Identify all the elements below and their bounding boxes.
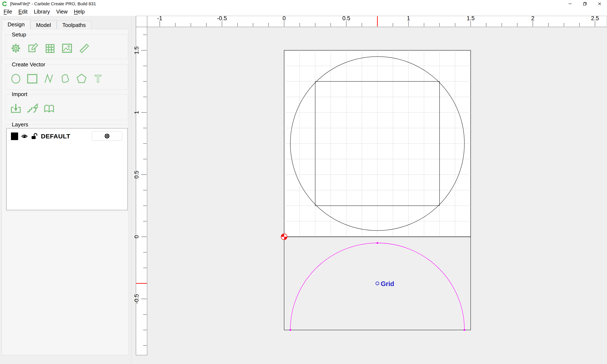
trace-image-button[interactable]	[26, 103, 38, 115]
title-bar: [NewFile]* - Carbide Create PRO, Build 8…	[0, 0, 607, 7]
text-tool-icon: T	[92, 73, 104, 84]
ruler-label-h: 1.5	[467, 16, 475, 22]
polygon-tool-button[interactable]	[76, 73, 87, 84]
vector-node[interactable]	[377, 242, 378, 244]
edit-job-icon	[27, 42, 39, 54]
text-tool-button[interactable]: T	[92, 73, 104, 84]
ruler-label-v: 0	[133, 235, 140, 238]
vector-node[interactable]	[464, 329, 465, 331]
circle-tool-icon	[10, 73, 22, 84]
layer-list[interactable]: DEFAULT	[6, 128, 128, 210]
tab-model[interactable]: Model	[30, 21, 57, 29]
left-panel: DesignModelToolpaths Setup Create Vector…	[0, 16, 131, 364]
ruler-label-h: 1	[407, 16, 410, 22]
layer-settings-button[interactable]	[92, 131, 122, 141]
snap-label: Grid	[381, 280, 394, 287]
ruler-label-v: 0.5	[133, 171, 140, 179]
grid-settings-icon	[44, 42, 56, 54]
import-group: Import	[6, 94, 128, 120]
tab-design[interactable]: Design	[2, 19, 30, 29]
ruler-label-v: 1	[133, 111, 140, 114]
close-button[interactable]	[592, 0, 607, 7]
app-logo-icon	[2, 1, 7, 6]
job-setup-gear-button[interactable]	[10, 42, 22, 54]
ruler-label-v: 1.5	[133, 46, 140, 54]
menu-view[interactable]: View	[56, 9, 68, 15]
design-pane: Setup Create Vector T Import	[2, 29, 129, 355]
measure-icon	[78, 42, 90, 54]
layer-name: DEFAULT	[41, 133, 70, 140]
design-library-button[interactable]	[43, 103, 55, 115]
layer-color-swatch[interactable]	[11, 132, 18, 140]
restore-icon	[583, 2, 587, 6]
create-vector-icon-row: T	[10, 73, 104, 84]
ruler-label-h: 0.5	[342, 16, 350, 22]
layer-visibility-toggle[interactable]	[21, 133, 28, 140]
ruler-label-h: -1	[157, 16, 162, 22]
ruler-label-h: -0.5	[217, 16, 227, 22]
import-group-label: Import	[11, 91, 29, 98]
background-image-button[interactable]	[61, 42, 73, 54]
menu-bar: FileEditLibraryViewHelp	[0, 7, 607, 16]
eye-icon	[21, 133, 28, 140]
vertical-ruler	[136, 27, 147, 355]
layers-group-label: Layers	[11, 121, 29, 128]
setup-group: Setup	[6, 35, 128, 59]
svg-text:T: T	[95, 73, 101, 84]
menu-library[interactable]: Library	[34, 9, 50, 15]
design-canvas[interactable]: -1-0.500.511.522.51.510.50-0.5Grid	[131, 16, 607, 364]
import-icon-row	[10, 103, 55, 115]
setup-group-label: Setup	[11, 31, 27, 38]
design-library-icon	[43, 103, 55, 115]
grid-settings-button[interactable]	[44, 42, 56, 54]
layers-group: Layers	[6, 125, 128, 211]
setup-icon-row	[10, 42, 90, 54]
app-window: [NewFile]* - Carbide Create PRO, Build 8…	[0, 0, 607, 364]
window-controls	[563, 0, 607, 7]
import-file-button[interactable]	[10, 103, 22, 115]
curve-tool-icon	[59, 73, 71, 84]
polygon-tool-icon	[76, 73, 87, 84]
menu-help[interactable]: Help	[74, 9, 85, 15]
minimize-button[interactable]	[563, 0, 578, 7]
gear-icon	[104, 132, 111, 140]
restore-button[interactable]	[578, 0, 592, 7]
trace-image-icon	[26, 103, 38, 115]
circle-tool-button[interactable]	[10, 73, 22, 84]
ruler-label-h: 2.5	[591, 16, 599, 22]
measure-button[interactable]	[78, 42, 90, 54]
menu-file[interactable]: File	[4, 9, 12, 15]
ruler-label-v: -0.5	[133, 294, 140, 304]
ruler-label-h: 0	[282, 16, 286, 22]
create-vector-group-label: Create Vector	[11, 61, 47, 68]
window-title: [NewFile]* - Carbide Create PRO, Build 8…	[10, 1, 96, 6]
job-setup-gear-icon	[10, 42, 22, 54]
rectangle-tool-icon	[26, 73, 38, 84]
create-vector-group: Create Vector T	[6, 65, 128, 90]
tab-bar: DesignModelToolpaths	[2, 19, 92, 29]
minimize-icon	[568, 2, 572, 6]
import-file-icon	[10, 103, 22, 115]
close-icon	[597, 2, 602, 6]
polyline-tool-button[interactable]	[43, 73, 54, 84]
curve-tool-button[interactable]	[59, 73, 71, 84]
rectangle-tool-button[interactable]	[26, 73, 38, 84]
polyline-tool-icon	[43, 73, 54, 84]
menu-edit[interactable]: Edit	[18, 9, 27, 15]
edit-job-button[interactable]	[27, 42, 39, 54]
background-image-icon	[61, 42, 73, 54]
canvas-svg[interactable]: -1-0.500.511.522.51.510.50-0.5Grid	[131, 16, 607, 364]
ruler-corner	[136, 16, 147, 27]
layer-row[interactable]: DEFAULT	[7, 131, 127, 141]
layer-lock-toggle[interactable]	[31, 133, 38, 140]
unlock-icon	[31, 133, 38, 140]
vector-node[interactable]	[290, 329, 291, 331]
tab-toolpaths[interactable]: Toolpaths	[57, 21, 92, 29]
ruler-label-h: 2	[531, 16, 534, 22]
